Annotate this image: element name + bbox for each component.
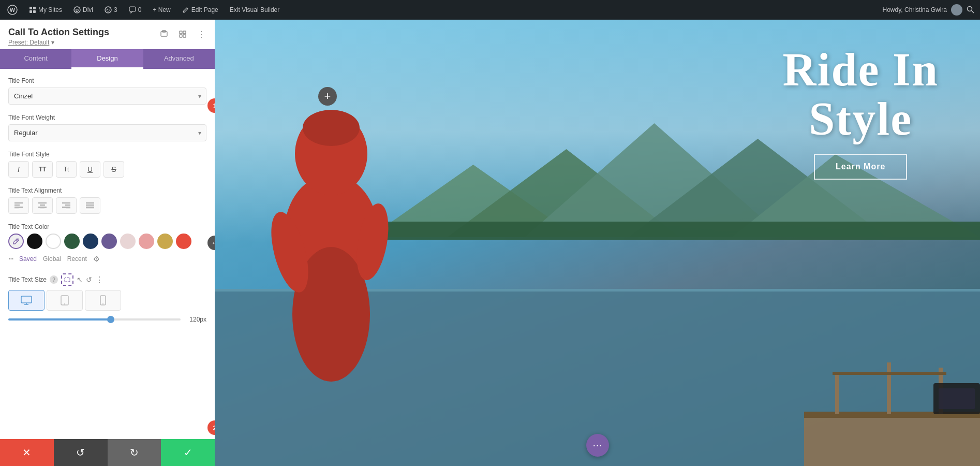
updates-item[interactable]: ↻ 3 [102, 6, 120, 13]
color-swatch-black[interactable] [27, 234, 42, 249]
cancel-button[interactable]: ✕ [0, 439, 54, 466]
tab-design[interactable]: Design [71, 49, 143, 69]
color-tab-recent[interactable]: Recent [67, 255, 87, 263]
title-text-color-group: Title Text Color ··· [8, 223, 206, 264]
title-text-alignment-buttons [8, 197, 206, 214]
tab-advanced[interactable]: Advanced [143, 49, 215, 69]
responsive-icon[interactable] [61, 273, 73, 286]
eyedropper-swatch[interactable] [8, 234, 24, 249]
svg-line-13 [972, 11, 974, 13]
color-swatch-pink[interactable] [139, 234, 154, 249]
comments-item[interactable]: 0 [127, 6, 144, 13]
svg-rect-64 [833, 372, 946, 375]
title-font-weight-select[interactable]: Regular [8, 124, 206, 141]
device-tablet-tab[interactable] [47, 290, 83, 311]
device-desktop-tab[interactable] [8, 290, 44, 311]
divi-label: Divi [83, 6, 93, 13]
cursor-icon[interactable]: ↖ [77, 275, 83, 284]
strikethrough-btn[interactable]: S [103, 161, 124, 178]
uppercase-btn[interactable]: TT [32, 161, 53, 178]
color-swatch-white[interactable] [46, 234, 61, 249]
svg-marker-47 [448, 149, 680, 237]
tabs-bar: Content Design Advanced [0, 49, 215, 69]
capitalize-btn[interactable]: Tt [56, 161, 77, 178]
color-tab-global[interactable]: Global [43, 255, 61, 263]
title-font-select-wrapper: Cinzel ▾ [8, 88, 206, 105]
panel-header-icons: ⋮ [157, 27, 209, 41]
slider-row: 120px [8, 316, 206, 323]
title-text-size-label: Title Text Size [8, 276, 47, 283]
admin-bar-right: Howdy, Christina Gwira [883, 4, 975, 16]
title-font-select[interactable]: Cinzel [8, 88, 206, 105]
svg-rect-4 [29, 10, 32, 13]
svg-rect-51 [370, 222, 981, 240]
svg-rect-19 [183, 35, 186, 37]
undo-button[interactable]: ↺ [54, 439, 108, 466]
underline-btn[interactable]: U [80, 161, 100, 178]
svg-marker-48 [525, 123, 784, 237]
help-icon[interactable]: ? [50, 275, 58, 284]
svg-rect-18 [180, 35, 182, 37]
floating-action-button[interactable]: ··· [586, 434, 609, 457]
search-icon[interactable] [967, 6, 975, 14]
color-swatch-pink-light[interactable] [120, 234, 136, 249]
align-justify-btn[interactable] [80, 197, 100, 214]
edit-page-label: Edit Page [191, 6, 218, 13]
color-tab-saved[interactable]: Saved [19, 255, 37, 263]
person-silhouette [261, 86, 401, 466]
device-mobile-tab[interactable] [85, 290, 121, 311]
my-sites-label: My Sites [38, 6, 62, 13]
italic-btn[interactable]: I [8, 161, 29, 178]
title-text-size-value: 120px [186, 316, 206, 323]
title-font-style-label: Title Font Style [8, 151, 206, 158]
color-tab-gear-icon[interactable]: ⚙ [93, 255, 100, 263]
wp-logo-item[interactable]: W [5, 5, 20, 15]
color-tab-more-icon[interactable]: ··· [8, 253, 13, 264]
my-sites-item[interactable]: My Sites [27, 6, 64, 13]
tab-content[interactable]: Content [0, 49, 71, 69]
update-count: 3 [114, 6, 117, 13]
size-header: Title Text Size ? ↖ ↺ ⋮ [8, 273, 206, 286]
svg-rect-62 [887, 362, 891, 414]
title-text-alignment-label: Title Text Alignment [8, 187, 206, 194]
learn-more-button[interactable]: Learn More [814, 154, 907, 180]
redo-button[interactable]: ↻ [108, 439, 161, 466]
size-more-icon[interactable]: ⋮ [95, 275, 103, 285]
svg-rect-66 [939, 388, 975, 409]
svg-rect-17 [183, 31, 186, 34]
title-font-style-group: Title Font Style I TT Tt U S [8, 151, 206, 178]
title-font-label: Title Font [8, 77, 206, 84]
more-options-icon[interactable]: ⋮ [194, 27, 209, 41]
title-text-alignment-group: Title Text Alignment [8, 187, 206, 214]
color-swatch-gold[interactable] [157, 234, 173, 249]
svg-rect-37 [65, 278, 70, 282]
align-left-btn[interactable] [8, 197, 29, 214]
color-swatch-purple[interactable] [101, 234, 117, 249]
title-font-style-buttons: I TT Tt U S [8, 161, 206, 178]
right-canvas: + Ride in Style Learn More ··· [215, 20, 980, 466]
main-layout: Call To Action Settings Preset: Default … [0, 20, 980, 466]
align-right-btn[interactable] [56, 197, 77, 214]
exit-builder-item[interactable]: Exit Visual Builder [228, 6, 282, 13]
minimize-icon[interactable] [157, 27, 171, 41]
hero-title: Ride in Style [782, 46, 939, 143]
svg-rect-61 [835, 373, 839, 414]
align-center-btn[interactable] [32, 197, 53, 214]
save-button[interactable]: ✓ [161, 439, 215, 466]
grid-icon[interactable] [175, 27, 190, 41]
new-item[interactable]: + New [151, 6, 172, 13]
title-text-size-slider[interactable] [8, 318, 181, 321]
title-font-group: Title Font Cinzel ▾ [8, 77, 206, 105]
howdy-text: Howdy, Christina Gwira [883, 6, 947, 13]
svg-point-44 [102, 303, 103, 304]
color-swatch-navy[interactable] [83, 234, 98, 249]
svg-rect-3 [33, 7, 36, 9]
divi-item[interactable]: D Divi [71, 6, 95, 13]
reset-icon[interactable]: ↺ [86, 275, 92, 284]
color-swatch-green[interactable] [64, 234, 80, 249]
edit-page-item[interactable]: Edit Page [180, 6, 220, 13]
title-font-weight-group: Title Font Weight Regular ▾ [8, 114, 206, 141]
boat-railing [804, 331, 980, 466]
title-font-weight-label: Title Font Weight [8, 114, 206, 121]
color-swatch-red[interactable] [176, 234, 191, 249]
